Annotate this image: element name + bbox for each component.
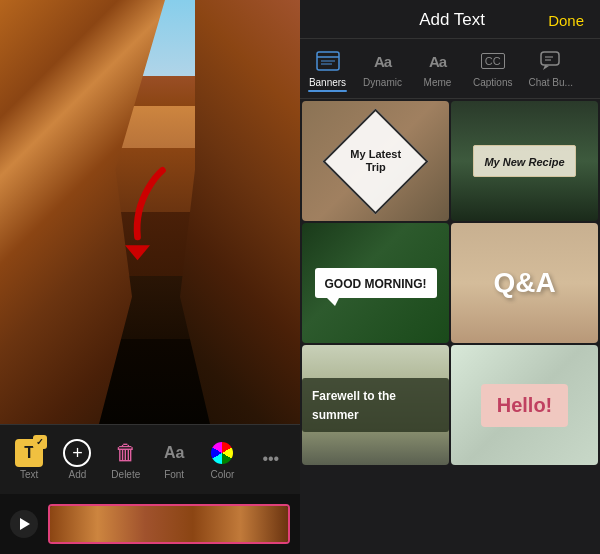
add-circle-icon: + (63, 439, 91, 467)
tab-dynamic[interactable]: Aa Dynamic (355, 45, 410, 94)
farewell-box: Farewell to the summer (302, 378, 449, 432)
card4-text: Q&A (493, 267, 555, 299)
ellipsis-icon: ••• (262, 450, 279, 468)
color-wheel-icon (211, 442, 233, 464)
color-icon-container (208, 439, 236, 467)
delete-icon: 🗑 (112, 439, 140, 467)
template-my-latest-trip[interactable]: My Latest Trip (302, 101, 449, 221)
timeline-strip[interactable] (48, 504, 290, 544)
color-label: Color (211, 469, 235, 480)
add-icon: + (63, 439, 91, 467)
color-button[interactable]: Color (198, 430, 246, 490)
font-icon-container: Aa (160, 439, 188, 467)
card2-text: My New Recipe (484, 156, 564, 168)
recipe-label: My New Recipe (473, 145, 575, 177)
more-icon: ••• (257, 445, 285, 473)
arrow-indicator (110, 162, 190, 262)
template-good-morning[interactable]: GOOD MORNING! (302, 223, 449, 343)
delete-button[interactable]: 🗑 Delete (102, 430, 150, 490)
done-button[interactable]: Done (548, 12, 584, 29)
add-button[interactable]: + Add (53, 430, 101, 490)
timeline (0, 494, 300, 554)
tab-banners[interactable]: Banners (300, 45, 355, 94)
more-button[interactable]: ••• (247, 430, 295, 490)
add-label: Add (69, 469, 87, 480)
template-qa[interactable]: Q&A (451, 223, 598, 343)
card3-text: GOOD MORNING! (325, 277, 427, 291)
panel-title: Add Text (419, 10, 485, 30)
hello-label: Hello! (481, 384, 569, 427)
speech-bubble: GOOD MORNING! (315, 268, 437, 298)
text-tool-button[interactable]: ✓ T Text (5, 430, 53, 490)
canyon-background (0, 0, 300, 424)
play-icon (20, 518, 30, 530)
template-farewell[interactable]: Farewell to the summer (302, 345, 449, 465)
banners-label: Banners (309, 77, 346, 88)
tab-chatbu[interactable]: Chat Bu... (520, 45, 580, 94)
left-panel: ✓ T Text + Add 🗑 Delete Aa Font (0, 0, 300, 554)
tab-meme[interactable]: Aa Meme (410, 45, 465, 94)
video-canvas (0, 0, 300, 424)
active-indicator (308, 90, 347, 92)
trash-icon: 🗑 (115, 440, 137, 466)
dynamic-label: Dynamic (363, 77, 402, 88)
template-hello[interactable]: Hello! (451, 345, 598, 465)
font-button[interactable]: Aa Font (150, 430, 198, 490)
diamond-label: My Latest Trip (322, 108, 428, 214)
right-header: Add Text Done (300, 0, 600, 39)
category-tabs: Banners Aa Dynamic Aa Meme CC Captions (300, 39, 600, 99)
dynamic-icon: Aa (369, 47, 397, 75)
font-label: Font (164, 469, 184, 480)
strip-thumbnail (50, 506, 288, 542)
template-my-new-recipe[interactable]: My New Recipe (451, 101, 598, 221)
red-arrow-icon (110, 162, 190, 262)
tab-captions[interactable]: CC Captions (465, 45, 520, 94)
font-icon: Aa (164, 444, 184, 462)
captions-label: Captions (473, 77, 512, 88)
templates-grid: My Latest Trip My New Recipe GOOD MORNIN… (300, 99, 600, 554)
chatbu-icon (537, 47, 565, 75)
banners-icon (314, 47, 342, 75)
captions-icon: CC (479, 47, 507, 75)
toolbar: ✓ T Text + Add 🗑 Delete Aa Font (0, 424, 300, 494)
card1-text: My Latest Trip (340, 148, 411, 174)
chatbu-label: Chat Bu... (528, 77, 572, 88)
play-button[interactable] (10, 510, 38, 538)
text-icon: ✓ T (15, 439, 43, 467)
svg-rect-6 (541, 52, 559, 65)
right-panel: Add Text Done Banners Aa Dynamic (300, 0, 600, 554)
check-badge: ✓ (33, 435, 47, 449)
delete-label: Delete (111, 469, 140, 480)
svg-marker-1 (125, 245, 150, 260)
card5-text: Farewell to the summer (312, 389, 396, 422)
card6-text: Hello! (497, 394, 553, 416)
text-label: Text (20, 469, 38, 480)
meme-label: Meme (424, 77, 452, 88)
meme-icon: Aa (424, 47, 452, 75)
